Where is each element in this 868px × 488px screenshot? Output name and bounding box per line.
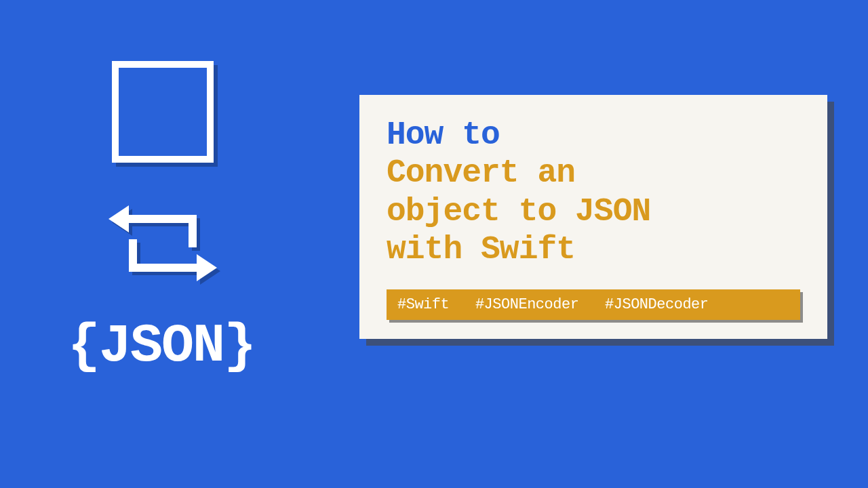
tag-swift: #Swift: [397, 296, 449, 313]
card-title: Convert anobject to JSONwith Swift: [387, 154, 800, 269]
svg-rect-4: [129, 264, 197, 272]
json-label: {JSON}: [68, 315, 285, 377]
svg-marker-0: [108, 205, 129, 232]
swap-arrows-icon: [108, 200, 285, 288]
square-icon: [112, 61, 214, 163]
tag-jsonencoder: #JSONEncoder: [475, 296, 578, 313]
card-prefix: How to: [387, 117, 800, 154]
tag-jsondecoder: #JSONDecoder: [605, 296, 708, 313]
left-graphics: {JSON}: [68, 61, 285, 377]
title-card: How to Convert anobject to JSONwith Swif…: [359, 95, 827, 339]
svg-rect-1: [129, 215, 197, 223]
svg-rect-2: [189, 215, 197, 247]
tag-bar: #Swift #JSONEncoder #JSONDecoder: [387, 289, 800, 320]
svg-marker-5: [197, 254, 217, 281]
